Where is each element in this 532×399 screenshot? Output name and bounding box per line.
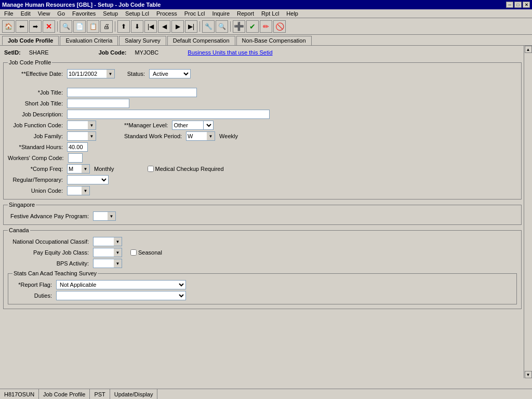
setid-value: SHARE xyxy=(29,49,49,56)
window-controls: ─ □ ✕ xyxy=(506,2,530,8)
job-family-input-group: ▼ xyxy=(67,131,96,141)
sep1 xyxy=(57,21,58,32)
short-job-title-input[interactable]: My JOBCODE xyxy=(67,99,129,108)
toolbar-forward[interactable]: ➡ xyxy=(29,20,42,33)
bps-input[interactable] xyxy=(93,259,114,268)
menu-process[interactable]: Process xyxy=(153,10,180,17)
std-work-period-input[interactable]: W xyxy=(186,131,207,141)
menu-file[interactable]: File xyxy=(1,10,17,17)
duties-select[interactable] xyxy=(56,291,186,300)
job-code-label: Job Code: xyxy=(99,49,127,56)
business-units-link[interactable]: Business Units that use this Setid xyxy=(188,49,272,56)
effective-date-dropdown[interactable]: ▼ xyxy=(107,69,115,78)
menu-help[interactable]: Help xyxy=(283,10,301,17)
tab-salary-survey[interactable]: Salary Survey xyxy=(119,36,166,45)
toolbar-btn1[interactable]: 🔍 xyxy=(60,20,72,33)
menu-rpt-lcl[interactable]: Rpt Lcl xyxy=(258,10,282,17)
toolbar-btn11[interactable]: 🔧 xyxy=(202,20,215,33)
natl-classif-dropdown[interactable]: ▼ xyxy=(114,237,122,246)
scroll-down[interactable]: ▼ xyxy=(525,371,532,378)
regular-temp-select[interactable]: Regular Temporary xyxy=(67,175,109,184)
menu-setup-lcl[interactable]: Setup Lcl xyxy=(122,10,152,17)
menu-bar: File Edit View Go Favorites Setup Setup … xyxy=(0,9,532,18)
menu-favorites[interactable]: Favorites xyxy=(69,10,99,17)
comp-freq-input[interactable]: M xyxy=(67,164,82,174)
job-title-input[interactable]: My brand new JOBCODE xyxy=(67,88,197,97)
toolbar-btn12[interactable]: 🔍 xyxy=(216,20,228,33)
menu-setup[interactable]: Setup xyxy=(100,10,121,17)
union-code-dropdown[interactable]: ▼ xyxy=(82,186,90,195)
toolbar-cancel[interactable]: 🚫 xyxy=(273,20,286,33)
job-family-row: Job Family: ▼ Standard Work Period: W ▼ … xyxy=(8,131,517,141)
tab-job-code-profile[interactable]: Job Code Profile xyxy=(2,36,59,45)
maximize-button[interactable]: □ xyxy=(514,2,522,8)
status-select[interactable]: Active Inactive xyxy=(149,69,191,78)
menu-proc-lcl[interactable]: Proc Lcl xyxy=(181,10,208,17)
toolbar-back[interactable]: ⬅ xyxy=(16,20,28,33)
tab-non-base-compensation[interactable]: Non-Base Compensation xyxy=(236,36,312,45)
toolbar-btn9[interactable]: ▶ xyxy=(171,20,184,33)
job-func-dropdown[interactable]: ▼ xyxy=(88,121,96,130)
effective-date-row: **Effective Date: 10/11/2002 ▼ Status: A… xyxy=(8,69,517,78)
toolbar-edit[interactable]: ✏ xyxy=(260,20,272,33)
menu-edit[interactable]: Edit xyxy=(18,10,34,17)
toolbar-add[interactable]: ➕ xyxy=(233,20,245,33)
pay-equity-dropdown[interactable]: ▼ xyxy=(114,248,122,257)
tab-default-compensation[interactable]: Default Compensation xyxy=(167,36,235,45)
scroll-up[interactable]: ▲ xyxy=(525,46,532,53)
menu-report[interactable]: Report xyxy=(234,10,257,17)
manager-level-select[interactable]: Other Executive Director Manager xyxy=(203,121,214,130)
job-func-input[interactable] xyxy=(67,121,88,130)
close-button[interactable]: ✕ xyxy=(523,2,530,8)
natl-classif-input[interactable] xyxy=(93,237,114,246)
menu-view[interactable]: View xyxy=(35,10,54,17)
std-work-period-dropdown[interactable]: ▼ xyxy=(207,131,215,141)
setid-bar: SetID: SHARE Job Code: MYJOBC Business U… xyxy=(3,48,522,57)
std-hours-input[interactable]: 40.00 xyxy=(67,142,88,152)
effective-date-input[interactable]: 10/11/2002 xyxy=(67,69,107,78)
std-work-period-label: Standard Work Period: xyxy=(124,133,182,139)
menu-go[interactable]: Go xyxy=(54,10,68,17)
minimize-button[interactable]: ─ xyxy=(506,2,513,8)
toolbar-btn6[interactable]: ⬇ xyxy=(131,20,143,33)
job-func-row: Job Function Code: ▼ **Manager Level: Ot… xyxy=(8,121,517,130)
job-family-dropdown[interactable]: ▼ xyxy=(88,131,96,141)
job-family-input[interactable] xyxy=(67,131,88,141)
toolbar-save[interactable]: ✕ xyxy=(43,20,55,33)
job-title-label: *Job Title: xyxy=(8,89,65,96)
bps-dropdown[interactable]: ▼ xyxy=(114,259,122,268)
status-label: Status: xyxy=(121,71,147,77)
festive-input[interactable] xyxy=(93,211,108,221)
toolbar-check[interactable]: ✔ xyxy=(246,20,259,33)
seasonal-checkbox[interactable] xyxy=(130,249,137,256)
report-flag-row: *Report Flag: Not Applicable Applicable xyxy=(12,280,512,289)
manager-level-label: *Manager Level: xyxy=(126,122,168,128)
profile-section-title: Job Code Profile xyxy=(8,59,52,65)
festive-dropdown[interactable]: ▼ xyxy=(108,211,116,221)
union-code-label: Union Code: xyxy=(8,188,65,194)
toolbar: 🏠 ⬅ ➡ ✕ 🔍 📄 📋 🖨 ⬆ ⬇ |◀ ◀ ▶ ▶| 🔧 🔍 ➕ ✔ ✏ … xyxy=(0,18,532,35)
workers-comp-input[interactable] xyxy=(68,153,83,163)
toolbar-btn3[interactable]: 📋 xyxy=(87,20,99,33)
comp-freq-dropdown[interactable]: ▼ xyxy=(82,164,90,174)
medical-checkup-checkbox[interactable] xyxy=(148,166,154,172)
pay-equity-input[interactable] xyxy=(93,248,114,257)
festive-row: Festive Advance Pay Program: ▼ xyxy=(8,211,517,221)
seasonal-label: Seasonal xyxy=(130,249,162,256)
menu-inquire[interactable]: Inquire xyxy=(209,10,233,17)
toolbar-btn2[interactable]: 📄 xyxy=(73,20,86,33)
union-code-input[interactable] xyxy=(67,186,82,195)
toolbar-btn10[interactable]: ▶| xyxy=(185,20,197,33)
stats-title: Stats Can Acad Teaching Survey xyxy=(12,270,98,276)
toolbar-btn4[interactable]: 🖨 xyxy=(100,20,113,33)
scrollbar[interactable]: ▲ ▼ xyxy=(524,46,532,378)
job-desc-input[interactable] xyxy=(67,110,270,119)
tab-evaluation-criteria[interactable]: Evaluation Criteria xyxy=(60,36,118,45)
toolbar-btn5[interactable]: ⬆ xyxy=(117,20,130,33)
manager-level-input[interactable]: Other xyxy=(172,121,203,130)
toolbar-btn8[interactable]: ◀ xyxy=(158,20,170,33)
singapore-title: Singapore xyxy=(8,202,36,208)
toolbar-btn7[interactable]: |◀ xyxy=(144,20,157,33)
toolbar-home[interactable]: 🏠 xyxy=(2,20,15,33)
report-flag-select[interactable]: Not Applicable Applicable xyxy=(56,280,186,289)
